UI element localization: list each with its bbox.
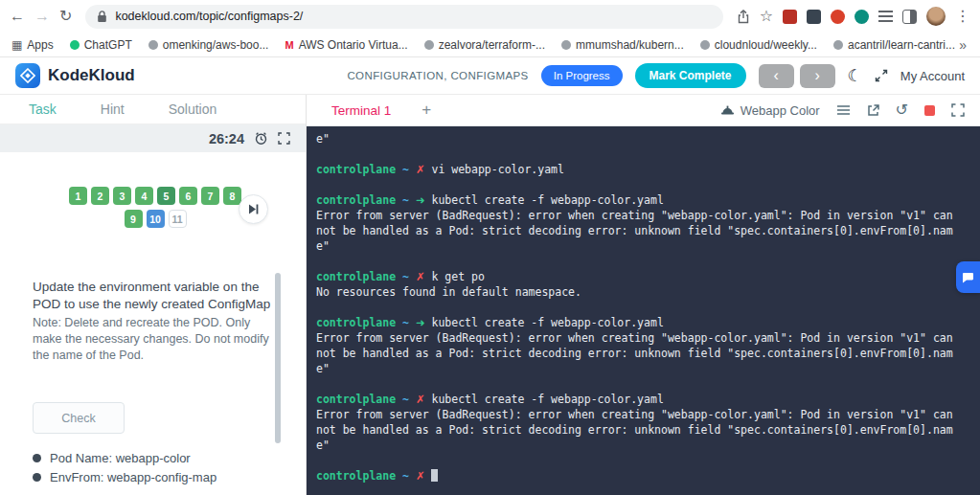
question-button-2[interactable]: 2: [91, 187, 109, 205]
support-chat-button[interactable]: [956, 261, 980, 293]
bookmark-item[interactable]: ChatGPT: [70, 38, 132, 52]
sidebar-scrollbar[interactable]: [275, 273, 281, 443]
bookmark-item[interactable]: omenking/aws-boo...: [148, 38, 269, 52]
sidebar-tab-solution[interactable]: Solution: [169, 101, 217, 117]
new-terminal-button[interactable]: +: [416, 101, 437, 120]
my-account-link[interactable]: My Account: [900, 69, 965, 83]
bookmark-label: Apps: [27, 38, 53, 52]
check-button[interactable]: Check: [33, 402, 125, 434]
resize-icon[interactable]: [875, 69, 888, 82]
bookmark-item[interactable]: ▦Apps: [11, 38, 54, 52]
next-lesson-button[interactable]: ›: [800, 64, 835, 88]
brand[interactable]: KodeKloud: [15, 63, 135, 88]
task-detail-item: Pod Name: webapp-color: [33, 451, 306, 465]
terminal-line: controlplane ~ ✗: [316, 468, 970, 484]
bookmark-favicon: M: [285, 39, 293, 51]
timer-bar: 26:24: [0, 124, 306, 152]
terminal-fullscreen-icon[interactable]: [951, 103, 965, 117]
terminal-line: controlplane ~ ✗ k get po: [316, 269, 970, 284]
question-button-9[interactable]: 9: [125, 210, 143, 228]
bookmarks-overflow-icon[interactable]: »: [957, 37, 969, 53]
main-content: TaskHintSolution 26:24 1234567891011 Upd…: [0, 94, 980, 495]
prompt-status-icon: ✗: [416, 469, 425, 483]
mark-complete-button[interactable]: Mark Complete: [635, 63, 746, 88]
extension-icon-3[interactable]: [831, 10, 845, 24]
prompt-host: controlplane: [316, 393, 396, 406]
browser-window: ← → ↻ kodekloud.com/topic/configmaps-2/ …: [0, 0, 980, 495]
bookmark-label: AWS Ontario Virtua...: [299, 38, 408, 52]
bookmark-item[interactable]: zealvora/terraform-...: [424, 38, 545, 52]
sidebar-tab-hint[interactable]: Hint: [101, 101, 125, 117]
sidebar-fullscreen-icon[interactable]: [278, 132, 290, 145]
prompt-status-icon: ✗: [416, 163, 425, 176]
bookmark-item[interactable]: cloudnloud/weekly...: [700, 38, 817, 52]
lesson-nav: ‹ ›: [759, 64, 835, 88]
prompt-status-icon: ✗: [416, 393, 425, 406]
bookmark-favicon: [833, 40, 843, 50]
bookmark-item[interactable]: mmumshad/kubern...: [561, 38, 684, 52]
bookmark-favicon: [70, 40, 80, 50]
prompt-status-icon: ➜: [416, 193, 425, 207]
star-icon[interactable]: ☆: [760, 9, 773, 24]
prompt-status-icon: ✗: [416, 270, 425, 283]
extension-icon-5[interactable]: [878, 11, 893, 22]
extension-icon-2[interactable]: [807, 10, 821, 24]
command-text: vi webapp-color.yaml: [431, 163, 563, 176]
question-nav: 1234567891011: [0, 187, 306, 246]
question-button-1[interactable]: 1: [69, 187, 87, 205]
dark-mode-icon[interactable]: ☾: [848, 66, 862, 86]
address-bar[interactable]: kodekloud.com/topic/configmaps-2/: [85, 5, 722, 29]
open-new-window-icon[interactable]: [867, 104, 879, 117]
extension-icon-1[interactable]: [783, 10, 797, 24]
terminal-tab-1[interactable]: Terminal 1: [307, 95, 416, 125]
prompt-host: controlplane: [316, 193, 396, 207]
helmet-icon: [720, 104, 735, 117]
bookmark-label: cloudnloud/weekly...: [715, 38, 817, 52]
prompt-path: ~: [402, 163, 409, 176]
url-text: kodekloud.com/topic/configmaps-2/: [115, 10, 303, 23]
question-button-4[interactable]: 4: [135, 187, 153, 205]
back-icon[interactable]: ←: [10, 9, 25, 24]
prompt-host: controlplane: [316, 316, 396, 329]
share-icon[interactable]: [737, 10, 750, 24]
terminal-line: [316, 254, 970, 269]
prompt-status-icon: ➜: [416, 316, 425, 329]
reload-icon[interactable]: ↻: [59, 9, 72, 24]
task-title: Update the environment variable on the P…: [33, 279, 273, 313]
question-button-10[interactable]: 10: [147, 210, 165, 228]
alarm-icon: [254, 131, 268, 146]
sidebar-tab-task[interactable]: Task: [29, 101, 57, 117]
prev-lesson-button[interactable]: ‹: [759, 64, 794, 88]
browser-toolbar: ← → ↻ kodekloud.com/topic/configmaps-2/ …: [0, 0, 980, 33]
menu-icon[interactable]: [836, 104, 851, 116]
bookmark-favicon: [424, 40, 434, 50]
question-button-5[interactable]: 5: [157, 187, 175, 205]
extension-icon-4[interactable]: [855, 10, 869, 24]
task-details: Pod Name: webapp-colorEnvFrom: webapp-co…: [33, 451, 306, 484]
question-button-11[interactable]: 11: [169, 210, 187, 228]
prompt-path: ~: [402, 193, 409, 207]
bookmarks-list: ▦AppsChatGPTomenking/aws-boo...MAWS Onta…: [11, 38, 957, 52]
terminal-line: Error from server (BadRequest): error wh…: [316, 208, 970, 223]
session-history-icon[interactable]: ↺: [896, 102, 908, 118]
bookmark-item[interactable]: MAWS Ontario Virtua...: [285, 38, 407, 52]
terminal-line: Error from server (BadRequest): error wh…: [316, 407, 970, 422]
bookmark-favicon: [561, 40, 571, 50]
bookmark-item[interactable]: acantril/learn-cantri...: [833, 38, 955, 52]
terminal-output[interactable]: e" controlplane ~ ✗ vi webapp-color.yaml…: [307, 126, 980, 495]
forward-icon[interactable]: →: [34, 9, 50, 24]
side-panel-icon[interactable]: [902, 10, 917, 24]
more-menu-icon[interactable]: ⋮: [955, 9, 970, 24]
bullet-icon: [33, 473, 41, 482]
stop-record-icon[interactable]: [924, 105, 935, 116]
lock-icon: [97, 11, 107, 23]
question-button-8[interactable]: 8: [223, 187, 241, 205]
terminal-line: Error from server (BadRequest): error wh…: [316, 330, 970, 346]
question-button-6[interactable]: 6: [179, 187, 197, 205]
status-badge[interactable]: In Progress: [541, 65, 623, 86]
question-button-3[interactable]: 3: [113, 187, 131, 205]
profile-avatar[interactable]: [926, 7, 946, 26]
skip-question-button[interactable]: [239, 194, 268, 224]
question-button-7[interactable]: 7: [201, 187, 219, 205]
command-text: kubectl create -f webapp-color.yaml: [431, 193, 663, 207]
